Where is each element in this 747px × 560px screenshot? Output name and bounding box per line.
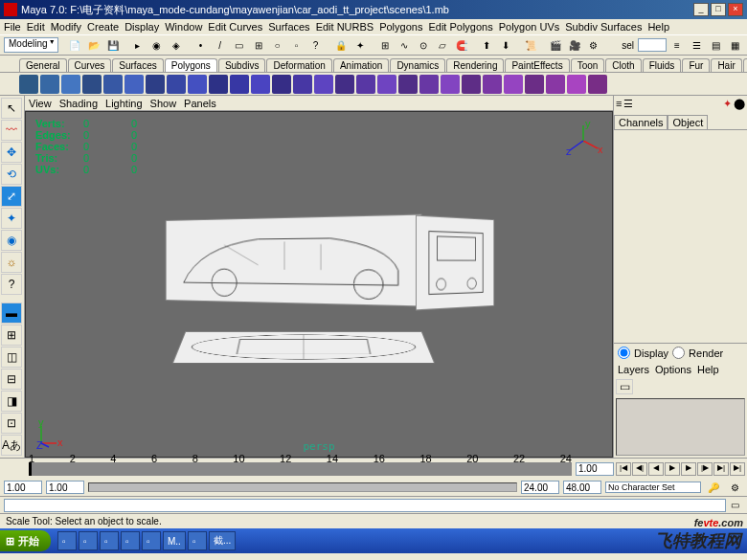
shelf-tab-cloth[interactable]: Cloth <box>605 58 641 72</box>
layer-list[interactable] <box>616 398 745 456</box>
lasso-tool-icon[interactable]: 〰 <box>1 120 22 141</box>
start-button[interactable]: ⊞开始 <box>0 530 51 551</box>
shelf-poly-icon-13[interactable] <box>293 75 312 94</box>
shelf-poly-icon-6[interactable] <box>146 75 165 94</box>
shelf-tab-general[interactable]: General <box>19 58 67 72</box>
axis-indicator-icon[interactable]: ✦ <box>723 98 732 113</box>
construction-history-icon[interactable]: 📜 <box>522 36 539 54</box>
menu-modify[interactable]: Modify <box>51 21 81 33</box>
display-radio[interactable] <box>618 347 630 359</box>
shelf-poly-icon-25[interactable] <box>546 75 565 94</box>
single-view-icon[interactable]: ▬ <box>1 302 22 324</box>
snap-curve-icon[interactable]: ∿ <box>396 36 413 54</box>
open-scene-icon[interactable]: 📂 <box>85 36 102 54</box>
construction-icon[interactable]: ⬤ <box>734 98 745 113</box>
mask-edge-icon[interactable]: / <box>212 36 229 54</box>
shelf-tab-rendering[interactable]: Rendering <box>446 58 504 72</box>
anim-end-field[interactable] <box>563 481 601 494</box>
shelf-tab-deformation[interactable]: Deformation <box>266 58 331 72</box>
shelf-poly-icon-4[interactable] <box>103 75 123 94</box>
shelf-poly-icon-15[interactable] <box>335 75 354 94</box>
shelf-poly-icon-0[interactable] <box>19 75 38 94</box>
shelf-poly-icon-16[interactable] <box>356 75 375 94</box>
select-by-object-icon[interactable]: ◉ <box>148 36 166 54</box>
shelf-tab-surfaces[interactable]: Surfaces <box>112 58 163 72</box>
play-back-button[interactable]: ▶ <box>665 462 680 476</box>
shelf-poly-icon-26[interactable] <box>567 75 586 94</box>
shelf-tab-dynamics[interactable]: Dynamics <box>390 58 445 72</box>
task-item-5[interactable]: M.. <box>163 531 186 550</box>
autokey-icon[interactable]: 🔑 <box>705 479 722 496</box>
layer-editor-toggle-icon[interactable]: ☰ <box>688 36 705 54</box>
render-frame-icon[interactable]: 🎬 <box>547 36 564 54</box>
shelf-poly-icon-1[interactable] <box>40 75 59 94</box>
persp-graph-icon[interactable]: ⊟ <box>1 369 22 390</box>
vp-menu-panels[interactable]: Panels <box>184 98 216 109</box>
mask-hull-icon[interactable]: ○ <box>269 36 286 54</box>
shelf-poly-icon-9[interactable] <box>209 75 228 94</box>
key-back-button[interactable]: ◀ <box>648 462 664 476</box>
shelf-tab-custom[interactable]: Custom <box>743 58 747 72</box>
character-set-selector[interactable]: No Character Set <box>605 482 701 493</box>
lock-selection-icon[interactable]: 🔒 <box>332 36 350 54</box>
shelf-poly-icon-2[interactable] <box>61 75 80 94</box>
go-start-button[interactable]: |◀ <box>616 462 631 476</box>
new-scene-icon[interactable]: 📄 <box>66 36 83 54</box>
tool-settings-toggle-icon[interactable]: ▦ <box>726 36 743 54</box>
current-time-indicator[interactable] <box>29 462 32 476</box>
history-on-icon[interactable]: ⬆ <box>478 36 495 54</box>
shelf-poly-icon-11[interactable] <box>251 75 270 94</box>
channel-box-toggle-icon[interactable]: ≡ <box>668 36 686 54</box>
hypershade-icon[interactable]: ◨ <box>1 391 22 412</box>
anim-start-field[interactable] <box>4 481 42 494</box>
menu-display[interactable]: Display <box>124 21 159 33</box>
script-editor-icon[interactable]: Aあ <box>1 435 22 456</box>
shelf-tab-polygons[interactable]: Polygons <box>165 58 217 72</box>
shelf-tab-curves[interactable]: Curves <box>68 58 112 72</box>
object-tab[interactable]: Object <box>668 115 708 129</box>
shelf-tab-fluids[interactable]: Fluids <box>643 58 682 72</box>
menu-edit-curves[interactable]: Edit Curves <box>208 21 262 33</box>
rotate-tool-icon[interactable]: ⟲ <box>1 164 22 185</box>
menu-polygon-uvs[interactable]: Polygon UVs <box>499 21 560 33</box>
shelf-poly-icon-12[interactable] <box>272 75 291 94</box>
shelf-tab-animation[interactable]: Animation <box>333 58 389 72</box>
shelf-tab-hair[interactable]: Hair <box>711 58 741 72</box>
show-manip-icon[interactable]: ☼ <box>1 252 22 273</box>
manipulator-tool-icon[interactable]: ✦ <box>1 208 22 229</box>
soft-mod-tool-icon[interactable]: ◉ <box>1 230 22 251</box>
shelf-tab-toon[interactable]: Toon <box>571 58 605 72</box>
channel-icon[interactable]: ≡ <box>616 98 622 113</box>
four-view-icon[interactable]: ⊞ <box>1 325 22 346</box>
select-by-hierarchy-icon[interactable]: ▸ <box>129 36 147 54</box>
shelf-poly-icon-27[interactable] <box>588 75 607 94</box>
select-tool-icon[interactable]: ↖ <box>1 98 22 119</box>
mel-command-input[interactable] <box>4 499 726 512</box>
workspace-selector[interactable]: Modeling <box>4 37 58 53</box>
shelf-poly-icon-18[interactable] <box>398 75 418 94</box>
menu-edit-nurbs[interactable]: Edit NURBS <box>316 21 374 33</box>
shelf-poly-icon-8[interactable] <box>188 75 207 94</box>
menu-edit[interactable]: Edit <box>27 21 45 33</box>
task-item-6[interactable]: ▫ <box>188 531 207 550</box>
layers-menu-layers[interactable]: Layers <box>618 364 649 375</box>
task-item-7[interactable]: 截... <box>209 531 236 550</box>
new-layer-icon[interactable]: ▭ <box>616 379 633 394</box>
last-tool-icon[interactable]: ? <box>1 274 22 295</box>
shelf-tab-subdivs[interactable]: Subdivs <box>218 58 266 72</box>
render-globals-icon[interactable]: ⚙ <box>585 36 602 54</box>
range-slider[interactable] <box>88 482 517 492</box>
menu-help[interactable]: Help <box>647 21 669 33</box>
mask-uv-icon[interactable]: ⊞ <box>250 36 267 54</box>
menu-create[interactable]: Create <box>87 21 119 33</box>
task-item-2[interactable]: ▫ <box>100 531 119 550</box>
menu-file[interactable]: File <box>4 21 21 33</box>
vp-menu-lighting[interactable]: Lighting <box>105 98 143 109</box>
close-button[interactable]: × <box>728 3 743 16</box>
shelf-poly-icon-3[interactable] <box>82 75 102 94</box>
shelf-poly-icon-21[interactable] <box>462 75 481 94</box>
shelf-poly-icon-7[interactable] <box>167 75 186 94</box>
menu-subdiv-surfaces[interactable]: Subdiv Surfaces <box>565 21 642 33</box>
snap-point-icon[interactable]: ⊙ <box>415 36 432 54</box>
anim-prefs-icon[interactable]: ⚙ <box>726 479 743 496</box>
